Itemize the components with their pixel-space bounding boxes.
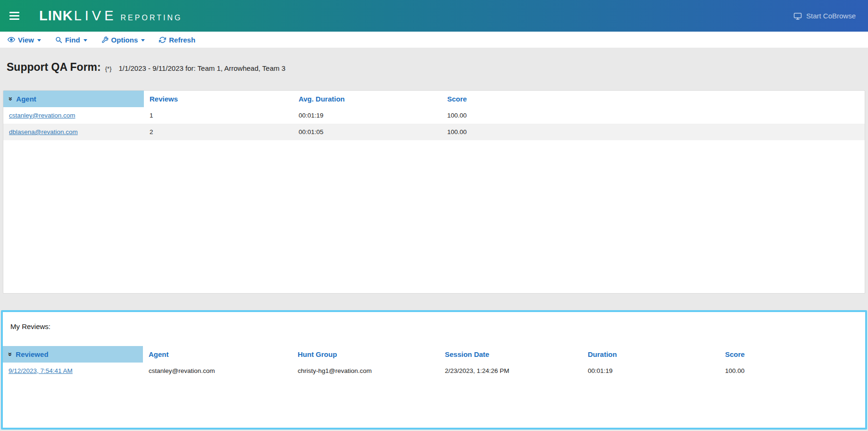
chevron-down-icon	[37, 39, 41, 42]
options-menu-button[interactable]: Options	[101, 36, 145, 44]
review-link[interactable]: 9/12/2023, 7:54:41 AM	[8, 367, 73, 374]
agent-cell: cstanley@revation.com	[3, 107, 144, 124]
hunt-group-cell: christy-hg1@revation.com	[292, 363, 439, 379]
reviewed-cell: 9/12/2023, 7:54:41 AM	[3, 363, 143, 379]
search-icon	[55, 36, 62, 43]
agents-summary-panel: »Agent Reviews Avg. Duration Score cstan…	[3, 90, 865, 294]
column-header-agent[interactable]: »Agent	[3, 91, 144, 107]
chevron-down-icon	[83, 39, 87, 42]
reviews-cell: 2	[144, 124, 293, 140]
page-title: Support QA Form:	[7, 60, 101, 74]
agent-cell: dblasena@revation.com	[3, 124, 144, 140]
column-header-score[interactable]: Score	[442, 91, 865, 107]
reviews-table-header-row: »Reviewed Agent Hunt Group Session Date …	[3, 346, 865, 363]
column-label: Score	[447, 95, 467, 103]
column-label: Score	[725, 350, 745, 358]
find-menu-button[interactable]: Find	[55, 36, 87, 44]
agent-row: dblasena@revation.com 2 00:01:05 100.00	[3, 124, 865, 140]
session-date-cell: 2/23/2023, 1:24:26 PM	[439, 363, 582, 379]
report-toolbar: View Find Options	[0, 32, 868, 48]
column-label: Reviews	[150, 95, 178, 103]
column-header-score[interactable]: Score	[719, 346, 865, 363]
start-cobrowse-button[interactable]: Start CoBrowse	[793, 12, 856, 20]
cobrowse-monitor-icon	[793, 12, 802, 20]
view-menu-button[interactable]: View	[8, 36, 41, 44]
top-bar: LINK LIVE REPORTING Start CoBrowse	[0, 0, 868, 32]
eye-icon	[8, 36, 15, 43]
column-label: Hunt Group	[298, 350, 337, 358]
my-reviews-title: My Reviews:	[10, 322, 865, 331]
score-cell: 100.00	[442, 107, 865, 124]
wrench-icon	[101, 36, 108, 43]
column-header-duration[interactable]: Duration	[582, 346, 719, 363]
avg-duration-cell: 00:01:05	[293, 124, 442, 140]
agent-link[interactable]: dblasena@revation.com	[9, 128, 78, 135]
report-title-row: Support QA Form: {*} 1/1/2023 - 9/11/202…	[0, 48, 868, 90]
column-header-reviewed[interactable]: »Reviewed	[3, 346, 143, 363]
refresh-button[interactable]: Refresh	[159, 36, 195, 44]
agents-table: »Agent Reviews Avg. Duration Score cstan…	[3, 91, 865, 140]
column-label: Agent	[16, 95, 36, 103]
column-label: Session Date	[445, 350, 489, 358]
app-logo: LINK LIVE REPORTING	[39, 8, 182, 24]
column-header-hunt-group[interactable]: Hunt Group	[292, 346, 439, 363]
hamburger-menu-icon[interactable]	[8, 7, 21, 25]
review-row: 9/12/2023, 7:54:41 AM cstanley@revation.…	[3, 363, 865, 379]
my-reviews-panel: My Reviews: »Reviewed Agent Hunt Group S…	[1, 310, 867, 430]
find-menu-label: Find	[65, 36, 80, 44]
column-header-avg-duration[interactable]: Avg. Duration	[293, 91, 442, 107]
logo-live-text: LIVE	[74, 8, 117, 24]
agents-table-header-row: »Agent Reviews Avg. Duration Score	[3, 91, 865, 107]
view-menu-label: View	[18, 36, 34, 44]
reviews-table: »Reviewed Agent Hunt Group Session Date …	[3, 346, 865, 379]
app-root: LINK LIVE REPORTING Start CoBrowse	[0, 0, 868, 430]
agent-cell: cstanley@revation.com	[143, 363, 292, 379]
duration-cell: 00:01:19	[582, 363, 719, 379]
chevron-down-icon	[141, 39, 145, 42]
column-header-session-date[interactable]: Session Date	[439, 346, 582, 363]
refresh-icon	[159, 36, 166, 43]
avg-duration-cell: 00:01:19	[293, 107, 442, 124]
column-label: Agent	[149, 350, 169, 358]
column-header-agent[interactable]: Agent	[143, 346, 292, 363]
logo-link-text: LINK	[39, 8, 73, 24]
sort-descending-icon: »	[7, 352, 15, 356]
column-header-reviews[interactable]: Reviews	[144, 91, 293, 107]
reviews-cell: 1	[144, 107, 293, 124]
score-cell: 100.00	[719, 363, 865, 379]
refresh-label: Refresh	[169, 36, 195, 44]
cobrowse-label: Start CoBrowse	[806, 12, 856, 20]
report-subtitle: 1/1/2023 - 9/11/2023 for: Team 1, Arrowh…	[118, 61, 285, 76]
agent-row: cstanley@revation.com 1 00:01:19 100.00	[3, 107, 865, 124]
column-label: Reviewed	[16, 350, 48, 358]
column-label: Avg. Duration	[299, 95, 345, 103]
sort-descending-icon: »	[7, 97, 15, 101]
logo-reporting-text: REPORTING	[121, 14, 183, 22]
options-menu-label: Options	[111, 36, 138, 44]
agent-link[interactable]: cstanley@revation.com	[9, 112, 75, 119]
title-badge: {*}	[105, 62, 112, 76]
column-label: Duration	[588, 350, 617, 358]
score-cell: 100.00	[442, 124, 865, 140]
